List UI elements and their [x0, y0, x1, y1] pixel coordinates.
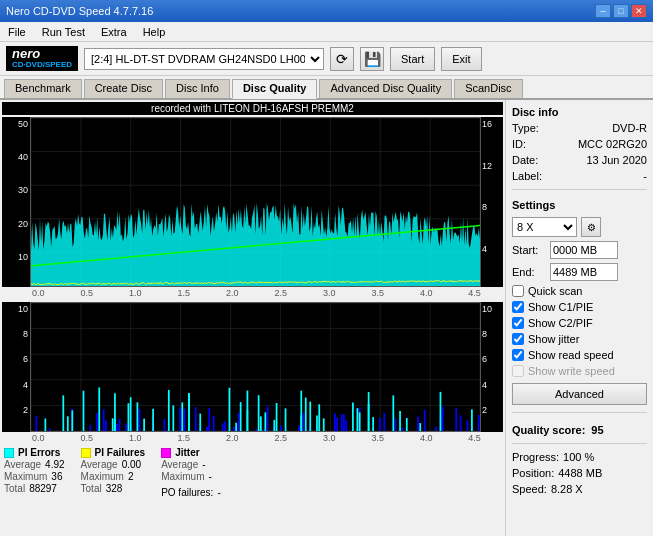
pi-failures-total-value: 328	[106, 483, 123, 494]
pi-failures-label: PI Failures	[95, 447, 146, 458]
refresh-icon-button[interactable]: ⟳	[330, 47, 354, 71]
show-c2pif-checkbox[interactable]	[512, 317, 524, 329]
show-c2pif-row: Show C2/PIF	[512, 317, 647, 329]
main-area: recorded with LITEON DH-16AFSH PREMM2 50…	[0, 100, 653, 536]
eject-button[interactable]: Exit	[441, 47, 481, 71]
settings-title: Settings	[512, 199, 647, 211]
show-c1pie-checkbox[interactable]	[512, 301, 524, 313]
show-c1pie-label: Show C1/PIE	[528, 301, 593, 313]
tab-scan-disc[interactable]: ScanDisc	[454, 79, 522, 98]
show-jitter-checkbox[interactable]	[512, 333, 524, 345]
lower-x-axis: 0.00.51.01.52.02.53.03.54.04.5	[2, 432, 503, 443]
end-mb-label: End:	[512, 266, 546, 278]
advanced-button[interactable]: Advanced	[512, 383, 647, 405]
position-row: Position: 4488 MB	[512, 467, 647, 479]
menubar: File Run Test Extra Help	[0, 22, 653, 42]
start-mb-row: Start:	[512, 241, 647, 259]
nero-logo: nero CD·DVD/SPEED	[6, 46, 78, 71]
disc-label-value: -	[643, 170, 647, 182]
divider-1	[512, 189, 647, 190]
titlebar-controls: – □ ✕	[595, 4, 647, 18]
pi-failures-avg-value: 0.00	[122, 459, 141, 470]
drive-select[interactable]: [2:4] HL-DT-ST DVDRAM GH24NSD0 LH00	[84, 48, 324, 70]
speed-select[interactable]: 8 X	[512, 217, 577, 237]
quality-score-label: Quality score:	[512, 424, 585, 436]
menu-file[interactable]: File	[4, 25, 30, 39]
show-jitter-label: Show jitter	[528, 333, 579, 345]
jitter-max-label: Maximum	[161, 471, 204, 482]
disc-type-value: DVD-R	[612, 122, 647, 134]
jitter-label: Jitter	[175, 447, 199, 458]
tab-disc-quality[interactable]: Disc Quality	[232, 79, 318, 99]
show-jitter-row: Show jitter	[512, 333, 647, 345]
pi-errors-total-label: Total	[4, 483, 25, 494]
show-write-speed-checkbox[interactable]	[512, 365, 524, 377]
lower-y-axis-left: 10 8 6 4 2	[2, 302, 30, 432]
pi-errors-max-value: 36	[51, 471, 62, 482]
disc-date-value: 13 Jun 2020	[586, 154, 647, 166]
tabs: Benchmark Create Disc Disc Info Disc Qua…	[0, 76, 653, 100]
app-title: Nero CD-DVD Speed 4.7.7.16	[6, 5, 153, 17]
disc-label-label: Label:	[512, 170, 542, 182]
pi-errors-color-dot	[4, 448, 14, 458]
settings-icon-button[interactable]: ⚙	[581, 217, 601, 237]
legend-pi-errors: PI Errors Average 4.92 Maximum 36 Total …	[4, 447, 65, 498]
upper-y-axis-left: 50 40 30 20 10	[2, 117, 30, 287]
po-failures-value: -	[217, 487, 220, 498]
tab-benchmark[interactable]: Benchmark	[4, 79, 82, 98]
progress-label: Progress:	[512, 451, 559, 463]
jitter-max-value: -	[208, 471, 211, 482]
close-button[interactable]: ✕	[631, 4, 647, 18]
speed-row: Speed: 8.28 X	[512, 483, 647, 495]
disc-id-row: ID: MCC 02RG20	[512, 138, 647, 150]
pi-failures-max-label: Maximum	[81, 471, 124, 482]
right-panel: Disc info Type: DVD-R ID: MCC 02RG20 Dat…	[505, 100, 653, 536]
disc-id-label: ID:	[512, 138, 526, 150]
minimize-button[interactable]: –	[595, 4, 611, 18]
speed-value: 8.28 X	[551, 483, 583, 495]
show-write-speed-row: Show write speed	[512, 365, 647, 377]
pi-failures-max-value: 2	[128, 471, 134, 482]
menu-run-test[interactable]: Run Test	[38, 25, 89, 39]
quick-scan-checkbox[interactable]	[512, 285, 524, 297]
tab-disc-info[interactable]: Disc Info	[165, 79, 230, 98]
legend-pi-failures: PI Failures Average 0.00 Maximum 2 Total…	[81, 447, 146, 498]
start-button[interactable]: Start	[390, 47, 435, 71]
progress-value: 100 %	[563, 451, 594, 463]
tab-advanced-disc-quality[interactable]: Advanced Disc Quality	[319, 79, 452, 98]
disc-type-row: Type: DVD-R	[512, 122, 647, 134]
speed-setting-row: 8 X ⚙	[512, 217, 647, 237]
show-c1pie-row: Show C1/PIE	[512, 301, 647, 313]
lower-chart-canvas	[31, 303, 480, 431]
end-mb-row: End:	[512, 263, 647, 281]
pi-errors-max-label: Maximum	[4, 471, 47, 482]
quality-score-value: 95	[591, 424, 603, 436]
upper-chart-canvas	[31, 118, 480, 286]
pi-errors-total-value: 88297	[29, 483, 57, 494]
pi-failures-avg-label: Average	[81, 459, 118, 470]
menu-extra[interactable]: Extra	[97, 25, 131, 39]
quick-scan-row: Quick scan	[512, 285, 647, 297]
save-icon-button[interactable]: 💾	[360, 47, 384, 71]
menu-help[interactable]: Help	[139, 25, 170, 39]
titlebar-title: Nero CD-DVD Speed 4.7.7.16	[6, 5, 153, 17]
chart-title: recorded with LITEON DH-16AFSH PREMM2	[2, 102, 503, 115]
jitter-color-dot	[161, 448, 171, 458]
jitter-avg-value: -	[202, 459, 205, 470]
disc-label-row: Label: -	[512, 170, 647, 182]
jitter-avg-label: Average	[161, 459, 198, 470]
disc-info-title: Disc info	[512, 106, 647, 118]
show-write-speed-label: Show write speed	[528, 365, 615, 377]
show-read-speed-checkbox[interactable]	[512, 349, 524, 361]
disc-date-row: Date: 13 Jun 2020	[512, 154, 647, 166]
legend: PI Errors Average 4.92 Maximum 36 Total …	[2, 443, 503, 502]
show-read-speed-row: Show read speed	[512, 349, 647, 361]
maximize-button[interactable]: □	[613, 4, 629, 18]
quality-score-row: Quality score: 95	[512, 424, 647, 436]
start-mb-input[interactable]	[550, 241, 618, 259]
end-mb-input[interactable]	[550, 263, 618, 281]
progress-row: Progress: 100 %	[512, 451, 647, 463]
tab-create-disc[interactable]: Create Disc	[84, 79, 163, 98]
disc-date-label: Date:	[512, 154, 538, 166]
lower-y-axis-right: 10 8 6 4 2	[481, 302, 503, 432]
